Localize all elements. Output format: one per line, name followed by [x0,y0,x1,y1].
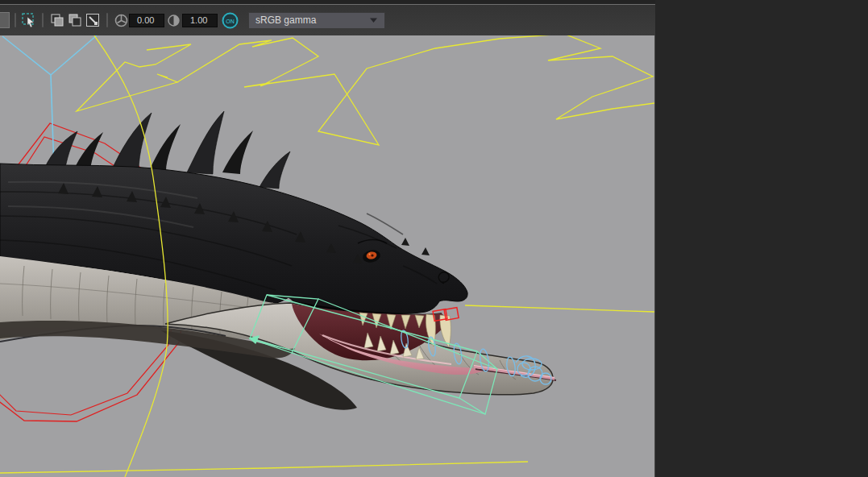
view-transform-dropdown[interactable]: sRGB gamma [248,12,385,29]
gamma-field[interactable] [182,14,218,27]
copy-buffer-icon[interactable] [48,12,66,28]
viewport-scene[interactable] [0,35,654,477]
maya-window: ON sRGB gamma [0,0,868,477]
toolbar-separator [106,13,108,27]
viewport-toolbar: ON sRGB gamma [0,5,655,36]
exposure-icon[interactable] [113,12,129,28]
isolate-select-icon[interactable] [84,12,102,28]
select-tool-icon[interactable] [21,12,37,28]
chevron-down-icon [369,17,378,23]
gamma-icon[interactable] [164,12,182,28]
color-management-toggle[interactable]: ON [218,12,242,28]
view-transform-value: sRGB gamma [255,15,316,26]
exposure-field[interactable] [129,14,164,27]
toolbar-separator [15,13,16,27]
viewport-pane: ON sRGB gamma [0,0,655,477]
toolbar-separator [42,13,44,27]
paste-buffer-icon[interactable] [66,12,84,28]
panel-menu-button[interactable] [0,12,10,28]
dragon-model[interactable] [0,111,556,410]
svg-text:ON: ON [226,18,235,23]
viewport-canvas[interactable] [0,35,655,477]
channel-box-panel: Channels Edit Object Show Jaw_C_001_CTRL… [655,0,868,477]
